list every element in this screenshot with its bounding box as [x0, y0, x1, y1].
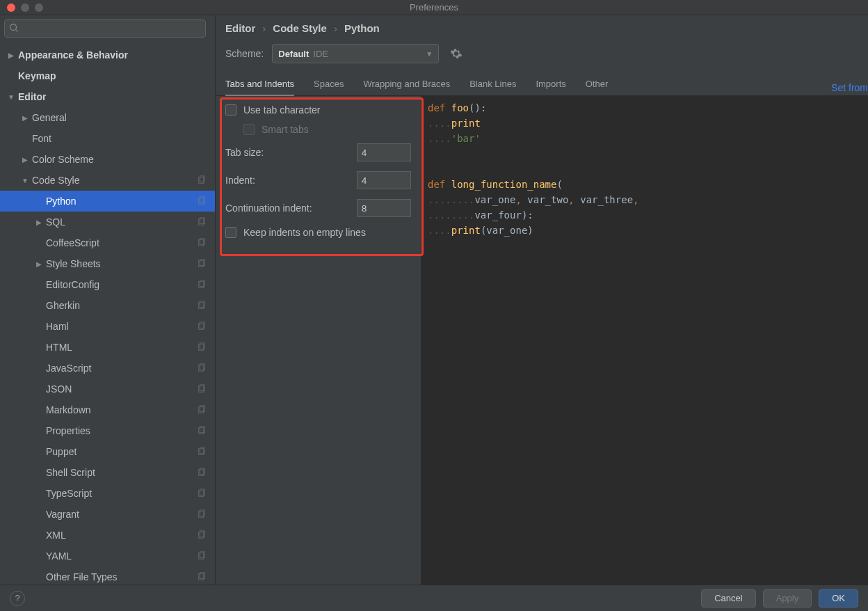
svg-line-1	[16, 29, 18, 31]
copy-icon	[197, 342, 207, 352]
keep-indents-label: Keep indents on empty lines	[243, 227, 366, 238]
copy-icon	[197, 405, 207, 415]
sidebar-item-appearance-behavior[interactable]: ▶Appearance & Behavior	[0, 45, 215, 65]
sidebar-item-label: Appearance & Behavior	[18, 49, 128, 61]
copy-icon	[197, 217, 207, 227]
sidebar-item-typescript[interactable]: ▶TypeScript	[0, 483, 215, 504]
code-preview: def foo(): ....print ....'bar' def long_…	[421, 96, 868, 585]
sidebar-item-font[interactable]: ▶Font	[0, 128, 215, 149]
chevron-right-icon: ▶	[21, 114, 29, 122]
tab-other[interactable]: Other	[586, 79, 609, 95]
keep-indents-checkbox[interactable]	[225, 227, 236, 238]
scheme-dropdown[interactable]: Default IDE ▼	[272, 44, 439, 63]
copy-icon	[197, 530, 207, 540]
continuation-indent-input[interactable]	[357, 199, 411, 217]
chevron-right-icon: ›	[334, 22, 337, 34]
copy-icon	[197, 238, 207, 248]
sidebar-item-label: JSON	[46, 383, 72, 395]
sidebar-item-gherkin[interactable]: ▶Gherkin	[0, 295, 215, 316]
sidebar-item-xml[interactable]: ▶XML	[0, 525, 215, 546]
sidebar-item-label: Puppet	[46, 446, 77, 457]
copy-icon	[197, 384, 207, 394]
sidebar-item-editorconfig[interactable]: ▶EditorConfig	[0, 274, 215, 295]
chevron-down-icon: ▼	[426, 50, 433, 58]
sidebar-item-label: Color Scheme	[32, 154, 94, 165]
sidebar-item-haml[interactable]: ▶Haml	[0, 316, 215, 337]
sidebar-item-yaml[interactable]: ▶YAML	[0, 546, 215, 566]
tab-wrapping-and-braces[interactable]: Wrapping and Braces	[363, 79, 450, 95]
sidebar-item-editor[interactable]: ▼Editor	[0, 86, 215, 107]
sidebar-item-sql[interactable]: ▶SQL	[0, 212, 215, 232]
sidebar-item-shell-script[interactable]: ▶Shell Script	[0, 462, 215, 483]
sidebar-item-label: Font	[32, 133, 51, 144]
tab-spaces[interactable]: Spaces	[314, 79, 344, 95]
set-from-link[interactable]: Set from	[831, 82, 868, 93]
search-input[interactable]	[4, 19, 206, 38]
copy-icon	[197, 489, 207, 498]
sidebar-item-style-sheets[interactable]: ▶Style Sheets	[0, 253, 215, 274]
sidebar-item-label: Code Style	[32, 175, 79, 186]
copy-icon	[197, 572, 207, 582]
continuation-indent-label: Continuation indent:	[225, 203, 312, 214]
sidebar-item-label: Shell Script	[46, 467, 95, 478]
sidebar-item-label: Editor	[18, 91, 46, 102]
search-icon	[9, 23, 19, 35]
sidebar-item-puppet[interactable]: ▶Puppet	[0, 441, 215, 462]
gear-icon[interactable]	[450, 47, 463, 60]
sidebar-item-color-scheme[interactable]: ▶Color Scheme	[0, 149, 215, 170]
tab-tabs-and-indents[interactable]: Tabs and Indents	[225, 79, 294, 96]
copy-icon	[197, 301, 207, 310]
sidebar-item-coffeescript[interactable]: ▶CoffeeScript	[0, 232, 215, 253]
sidebar-item-label: Other File Types	[46, 571, 117, 582]
titlebar: Preferences	[0, 0, 868, 15]
sidebar-item-markdown[interactable]: ▶Markdown	[0, 399, 215, 420]
sidebar-item-python[interactable]: ▶Python	[0, 191, 215, 212]
copy-icon	[197, 259, 207, 269]
smart-tabs-label: Smart tabs	[262, 124, 309, 135]
sidebar-item-label: Vagrant	[46, 509, 79, 520]
scheme-tag: IDE	[313, 49, 328, 59]
apply-button[interactable]: Apply	[763, 589, 812, 608]
sidebar-item-label: CoffeeScript	[46, 237, 99, 248]
sidebar-item-label: TypeScript	[46, 488, 92, 499]
help-button[interactable]: ?	[10, 591, 25, 606]
ok-button[interactable]: OK	[819, 589, 858, 608]
cancel-button[interactable]: Cancel	[701, 589, 755, 608]
window-close-button[interactable]	[7, 3, 15, 12]
breadcrumb-part[interactable]: Python	[344, 22, 380, 34]
sidebar-item-javascript[interactable]: ▶JavaScript	[0, 358, 215, 379]
copy-icon	[197, 551, 207, 561]
copy-icon	[197, 363, 207, 373]
chevron-right-icon: ›	[262, 22, 266, 34]
breadcrumb: Editor › Code Style › Python	[216, 15, 868, 38]
sidebar-item-label: EditorConfig	[46, 279, 99, 290]
tab-size-input[interactable]	[357, 143, 411, 161]
window-title: Preferences	[0, 2, 868, 13]
footer: ? Cancel Apply OK	[0, 585, 868, 611]
use-tab-checkbox[interactable]	[225, 104, 236, 116]
chevron-down-icon: ▼	[7, 93, 15, 101]
sidebar-item-properties[interactable]: ▶Properties	[0, 420, 215, 441]
smart-tabs-checkbox	[243, 124, 255, 135]
tab-blank-lines[interactable]: Blank Lines	[469, 79, 516, 95]
sidebar-item-other-file-types[interactable]: ▶Other File Types	[0, 566, 215, 585]
breadcrumb-part[interactable]: Editor	[225, 22, 255, 34]
sidebar-item-html[interactable]: ▶HTML	[0, 337, 215, 358]
search-field[interactable]	[22, 24, 201, 34]
sidebar-item-label: General	[32, 112, 67, 123]
tabs-indents-form: Use tab character Smart tabs Tab size: I…	[216, 96, 421, 585]
window-maximize-button[interactable]	[35, 3, 43, 12]
sidebar-item-label: HTML	[46, 342, 72, 353]
window-minimize-button[interactable]	[21, 3, 29, 12]
sidebar-item-label: Gherkin	[46, 300, 80, 311]
sidebar-item-keymap[interactable]: ▶Keymap	[0, 65, 215, 86]
sidebar-item-general[interactable]: ▶General	[0, 107, 215, 128]
sidebar-item-json[interactable]: ▶JSON	[0, 379, 215, 399]
sidebar-item-label: Markdown	[46, 404, 91, 415]
indent-input[interactable]	[357, 171, 411, 189]
tab-imports[interactable]: Imports	[536, 79, 565, 95]
breadcrumb-part[interactable]: Code Style	[273, 22, 327, 34]
sidebar-item-vagrant[interactable]: ▶Vagrant	[0, 504, 215, 525]
sidebar-item-code-style[interactable]: ▼Code Style	[0, 170, 215, 191]
copy-icon	[197, 468, 207, 477]
